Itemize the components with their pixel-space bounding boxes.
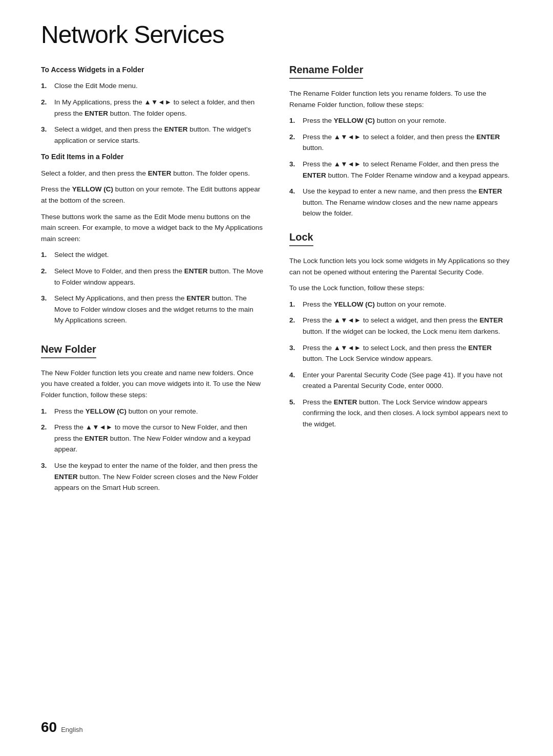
section-rename-folder: Rename Folder The Rename Folder function… <box>289 64 512 219</box>
new-folder-intro: The New Folder function lets you create … <box>41 368 264 401</box>
list-item-text: Close the Edit Mode menu. <box>54 80 264 92</box>
list-item: Press the YELLOW (C) button on your remo… <box>41 406 264 417</box>
list-item-text: Use the keypad to enter a new name, and … <box>303 186 512 219</box>
list-item: Select the widget. <box>41 249 264 261</box>
list-item-text: Select My Applications, and then press t… <box>54 293 264 326</box>
list-item: Press the YELLOW (C) button on your remo… <box>289 115 512 126</box>
access-widgets-heading: To Access Widgets in a Folder <box>41 64 264 75</box>
list-item: Select a widget, and then press the ENTE… <box>41 124 264 146</box>
list-item-text: Select the widget. <box>54 249 264 261</box>
list-item: Press the ▲▼◄► to move the cursor to New… <box>41 422 264 455</box>
rename-folder-list: Press the YELLOW (C) button on your remo… <box>289 115 512 219</box>
list-item-text: Enter your Parental Security Code (See p… <box>303 370 512 392</box>
list-item-text: Press the YELLOW (C) button on your remo… <box>54 406 264 417</box>
new-folder-heading: New Folder <box>41 343 96 358</box>
section-new-folder: New Folder The New Folder function lets … <box>41 331 264 493</box>
list-item-text: Press the YELLOW (C) button on your remo… <box>303 299 512 310</box>
list-item-text: Select Move to Folder, and then press th… <box>54 266 264 288</box>
section-access-widgets: To Access Widgets in a Folder Close the … <box>41 64 264 146</box>
list-item-text: Press the ▲▼◄► to select Lock, and then … <box>303 342 512 364</box>
page-language: English <box>61 726 83 733</box>
rename-folder-heading: Rename Folder <box>289 64 363 79</box>
page-number: 60 <box>41 719 57 736</box>
rename-folder-intro: The Rename Folder function lets you rena… <box>289 88 512 110</box>
edit-items-list: Select the widget. Select Move to Folder… <box>41 249 264 326</box>
list-item: Select My Applications, and then press t… <box>41 293 264 326</box>
right-column: Rename Folder The Rename Folder function… <box>289 64 512 499</box>
edit-items-para3: These buttons work the same as the Edit … <box>41 211 264 245</box>
lock-para2: To use the Lock function, follow these s… <box>289 283 512 294</box>
list-item: Press the ENTER button. The Lock Service… <box>289 397 512 430</box>
list-item: Press the ▲▼◄► to select a folder, and t… <box>289 132 512 154</box>
edit-items-heading: To Edit Items in a Folder <box>41 151 264 162</box>
list-item-text: Press the YELLOW (C) button on your remo… <box>303 115 512 126</box>
list-item: Enter your Parental Security Code (See p… <box>289 370 512 392</box>
new-folder-list: Press the YELLOW (C) button on your remo… <box>41 406 264 493</box>
edit-items-para1: Select a folder, and then press the ENTE… <box>41 168 264 179</box>
list-item-text: Press the ▲▼◄► to select Rename Folder, … <box>303 159 512 181</box>
edit-items-para2: Press the YELLOW (C) button on your remo… <box>41 184 264 206</box>
section-lock: Lock The Lock function lets you lock som… <box>289 231 512 430</box>
list-item: Press the ▲▼◄► to select a widget, and t… <box>289 315 512 337</box>
list-item: Close the Edit Mode menu. <box>41 80 264 92</box>
lock-heading: Lock <box>289 231 313 246</box>
lock-para1: The Lock function lets you lock some wid… <box>289 255 512 277</box>
page-footer: 60 English <box>41 719 83 736</box>
access-widgets-list: Close the Edit Mode menu. In My Applicat… <box>41 80 264 146</box>
list-item: Press the YELLOW (C) button on your remo… <box>289 299 512 310</box>
list-item: Use the keypad to enter a new name, and … <box>289 186 512 219</box>
page-title: Network Services <box>41 20 512 49</box>
list-item: Select Move to Folder, and then press th… <box>41 266 264 288</box>
section-edit-items: To Edit Items in a Folder Select a folde… <box>41 151 264 326</box>
list-item-text: Press the ▲▼◄► to select a widget, and t… <box>303 315 512 337</box>
list-item-text: Use the keypad to enter the name of the … <box>54 460 264 493</box>
list-item: Use the keypad to enter the name of the … <box>41 460 264 493</box>
list-item-text: In My Applications, press the ▲▼◄► to se… <box>54 97 264 119</box>
lock-list: Press the YELLOW (C) button on your remo… <box>289 299 512 430</box>
list-item-text: Select a widget, and then press the ENTE… <box>54 124 264 146</box>
left-column: To Access Widgets in a Folder Close the … <box>41 64 264 499</box>
list-item: Press the ▲▼◄► to select Rename Folder, … <box>289 159 512 181</box>
page: Network Services To Access Widgets in a … <box>0 0 553 756</box>
list-item-text: Press the ▲▼◄► to move the cursor to New… <box>54 422 264 455</box>
list-item: Press the ▲▼◄► to select Lock, and then … <box>289 342 512 364</box>
list-item-text: Press the ENTER button. The Lock Service… <box>303 397 512 430</box>
list-item: In My Applications, press the ▲▼◄► to se… <box>41 97 264 119</box>
two-column-layout: To Access Widgets in a Folder Close the … <box>41 64 512 499</box>
list-item-text: Press the ▲▼◄► to select a folder, and t… <box>303 132 512 154</box>
